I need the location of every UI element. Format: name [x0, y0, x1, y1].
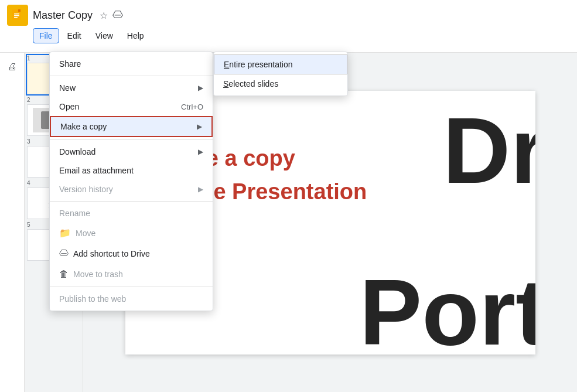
publish-label: Publish to the web: [59, 294, 126, 304]
open-shortcut: Ctrl+O: [181, 103, 203, 111]
menu-help[interactable]: Help: [121, 29, 150, 43]
menu-item-share[interactable]: Share: [50, 54, 213, 73]
new-arrow: ▶: [198, 84, 203, 92]
make-copy-arrow: ▶: [197, 122, 202, 131]
svg-rect-1: [18, 9, 21, 12]
trash-label: Move to trash: [73, 270, 123, 279]
menu-item-open[interactable]: Open Ctrl+O: [50, 97, 213, 116]
divider-2: [50, 139, 213, 140]
left-toolbar: 🖨: [0, 53, 25, 392]
menu-file[interactable]: File: [33, 28, 59, 43]
menu-item-version[interactable]: Version history ▶: [50, 180, 213, 199]
version-arrow: ▶: [198, 185, 203, 193]
make-copy-label: Make a copy: [60, 122, 107, 131]
email-label: Email as attachment: [59, 166, 134, 175]
svg-rect-3: [14, 15, 19, 16]
add-shortcut-label: Add shortcut to Drive: [73, 249, 150, 258]
rename-label: Rename: [59, 209, 90, 218]
move-icon: 📁: [59, 227, 71, 238]
menu-row: File Edit View Help: [0, 28, 577, 43]
divider-1: [50, 76, 213, 76]
svg-rect-2: [14, 13, 19, 15]
menu-item-trash[interactable]: 🗑 Move to trash: [50, 264, 213, 284]
top-bar: Master Copy ☆ File Edit View Help: [0, 0, 577, 53]
version-label: Version history: [59, 185, 113, 194]
menu-edit[interactable]: Edit: [62, 29, 87, 43]
trash-icon: 🗑: [59, 269, 69, 279]
menu-view[interactable]: View: [90, 29, 119, 43]
menu-item-move[interactable]: 📁 Move: [50, 223, 213, 243]
title-row: Master Copy ☆: [0, 0, 577, 28]
entire-presentation-label: Entire presentation: [224, 60, 293, 69]
menu-item-rename[interactable]: Rename: [50, 204, 213, 223]
divider-3: [50, 201, 213, 202]
app-icon: [7, 5, 28, 26]
move-label: Move: [76, 229, 95, 238]
download-label: Download: [59, 147, 95, 156]
doc-title: Master Copy: [33, 9, 93, 22]
svg-rect-4: [14, 17, 18, 18]
drive-add-icon: [59, 248, 69, 260]
menu-item-add-shortcut[interactable]: Add shortcut to Drive: [50, 243, 213, 264]
download-arrow: ▶: [198, 148, 203, 156]
selected-slides-label: Selected slides: [223, 79, 278, 88]
make-copy-submenu: Entire presentation Selected slides: [213, 52, 348, 96]
new-label: New: [59, 83, 76, 93]
drive-icon[interactable]: [112, 9, 123, 22]
divider-4: [50, 287, 213, 287]
submenu-selected-slides[interactable]: Selected slides: [214, 74, 347, 93]
star-icon[interactable]: ☆: [100, 10, 108, 21]
print-icon[interactable]: 🖨: [3, 57, 22, 76]
canvas-text-port: Port: [360, 258, 535, 354]
menu-item-email[interactable]: Email as attachment: [50, 161, 213, 180]
menu-item-make-copy[interactable]: Make a copy ▶: [50, 116, 213, 137]
file-menu-dropdown: Share New ▶ Open Ctrl+O Make a copy ▶ Do…: [49, 52, 213, 311]
open-label: Open: [59, 102, 79, 111]
menu-item-download[interactable]: Download ▶: [50, 142, 213, 161]
submenu-entire-presentation[interactable]: Entire presentation: [214, 54, 347, 74]
menu-item-new[interactable]: New ▶: [50, 79, 213, 97]
menu-item-publish[interactable]: Publish to the web: [50, 289, 213, 308]
entire-underline: E: [224, 60, 229, 69]
share-label: Share: [59, 59, 81, 69]
canvas-text-dr: Dr: [443, 97, 535, 204]
selected-underline: S: [223, 79, 228, 88]
title-icons: ☆: [100, 9, 123, 22]
